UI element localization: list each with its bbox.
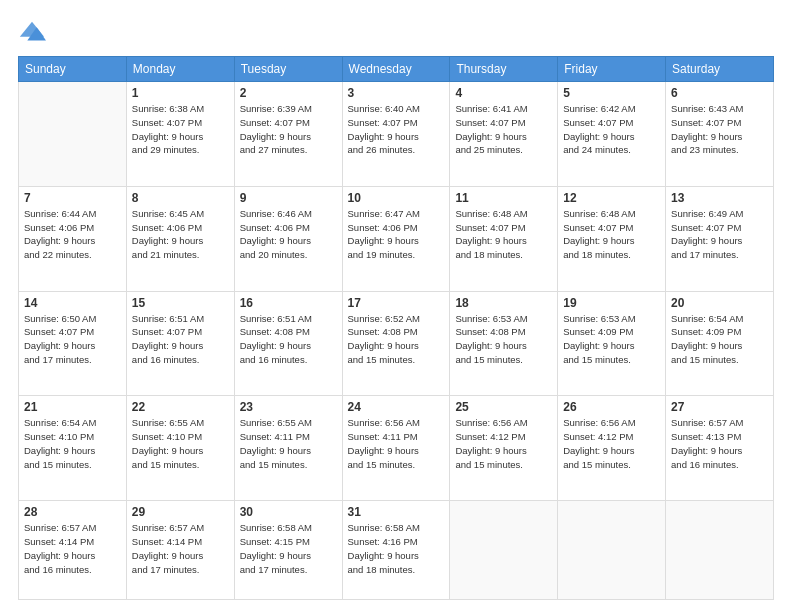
day-info: Sunrise: 6:42 AMSunset: 4:07 PMDaylight:… <box>563 102 660 157</box>
day-info: Sunrise: 6:49 AMSunset: 4:07 PMDaylight:… <box>671 207 768 262</box>
day-info: Sunrise: 6:46 AMSunset: 4:06 PMDaylight:… <box>240 207 337 262</box>
calendar-cell: 6Sunrise: 6:43 AMSunset: 4:07 PMDaylight… <box>666 82 774 187</box>
day-info: Sunrise: 6:54 AMSunset: 4:10 PMDaylight:… <box>24 416 121 471</box>
logo <box>18 18 50 46</box>
weekday-header-saturday: Saturday <box>666 57 774 82</box>
day-number: 9 <box>240 191 337 205</box>
day-info: Sunrise: 6:56 AMSunset: 4:12 PMDaylight:… <box>563 416 660 471</box>
day-info: Sunrise: 6:47 AMSunset: 4:06 PMDaylight:… <box>348 207 445 262</box>
calendar-cell: 26Sunrise: 6:56 AMSunset: 4:12 PMDayligh… <box>558 396 666 501</box>
calendar-cell <box>558 501 666 600</box>
day-info: Sunrise: 6:51 AMSunset: 4:07 PMDaylight:… <box>132 312 229 367</box>
calendar-cell: 8Sunrise: 6:45 AMSunset: 4:06 PMDaylight… <box>126 186 234 291</box>
day-info: Sunrise: 6:40 AMSunset: 4:07 PMDaylight:… <box>348 102 445 157</box>
day-info: Sunrise: 6:41 AMSunset: 4:07 PMDaylight:… <box>455 102 552 157</box>
day-number: 24 <box>348 400 445 414</box>
day-info: Sunrise: 6:45 AMSunset: 4:06 PMDaylight:… <box>132 207 229 262</box>
calendar-cell: 27Sunrise: 6:57 AMSunset: 4:13 PMDayligh… <box>666 396 774 501</box>
weekday-header-thursday: Thursday <box>450 57 558 82</box>
day-number: 11 <box>455 191 552 205</box>
day-number: 1 <box>132 86 229 100</box>
day-number: 16 <box>240 296 337 310</box>
week-row-2: 7Sunrise: 6:44 AMSunset: 4:06 PMDaylight… <box>19 186 774 291</box>
day-info: Sunrise: 6:58 AMSunset: 4:15 PMDaylight:… <box>240 521 337 576</box>
calendar-cell: 19Sunrise: 6:53 AMSunset: 4:09 PMDayligh… <box>558 291 666 396</box>
week-row-1: 1Sunrise: 6:38 AMSunset: 4:07 PMDaylight… <box>19 82 774 187</box>
day-number: 12 <box>563 191 660 205</box>
day-info: Sunrise: 6:57 AMSunset: 4:14 PMDaylight:… <box>132 521 229 576</box>
day-info: Sunrise: 6:57 AMSunset: 4:13 PMDaylight:… <box>671 416 768 471</box>
weekday-header-friday: Friday <box>558 57 666 82</box>
calendar-cell: 21Sunrise: 6:54 AMSunset: 4:10 PMDayligh… <box>19 396 127 501</box>
day-info: Sunrise: 6:55 AMSunset: 4:10 PMDaylight:… <box>132 416 229 471</box>
calendar-cell: 1Sunrise: 6:38 AMSunset: 4:07 PMDaylight… <box>126 82 234 187</box>
day-info: Sunrise: 6:51 AMSunset: 4:08 PMDaylight:… <box>240 312 337 367</box>
calendar-cell: 4Sunrise: 6:41 AMSunset: 4:07 PMDaylight… <box>450 82 558 187</box>
day-number: 28 <box>24 505 121 519</box>
day-number: 25 <box>455 400 552 414</box>
day-number: 30 <box>240 505 337 519</box>
day-info: Sunrise: 6:53 AMSunset: 4:08 PMDaylight:… <box>455 312 552 367</box>
weekday-header-wednesday: Wednesday <box>342 57 450 82</box>
day-info: Sunrise: 6:57 AMSunset: 4:14 PMDaylight:… <box>24 521 121 576</box>
weekday-header-sunday: Sunday <box>19 57 127 82</box>
calendar-cell: 7Sunrise: 6:44 AMSunset: 4:06 PMDaylight… <box>19 186 127 291</box>
weekday-header-tuesday: Tuesday <box>234 57 342 82</box>
day-info: Sunrise: 6:58 AMSunset: 4:16 PMDaylight:… <box>348 521 445 576</box>
calendar-cell: 28Sunrise: 6:57 AMSunset: 4:14 PMDayligh… <box>19 501 127 600</box>
calendar-cell: 11Sunrise: 6:48 AMSunset: 4:07 PMDayligh… <box>450 186 558 291</box>
day-number: 26 <box>563 400 660 414</box>
day-info: Sunrise: 6:55 AMSunset: 4:11 PMDaylight:… <box>240 416 337 471</box>
page: SundayMondayTuesdayWednesdayThursdayFrid… <box>0 0 792 612</box>
day-number: 27 <box>671 400 768 414</box>
day-info: Sunrise: 6:39 AMSunset: 4:07 PMDaylight:… <box>240 102 337 157</box>
calendar-cell: 9Sunrise: 6:46 AMSunset: 4:06 PMDaylight… <box>234 186 342 291</box>
calendar-cell: 10Sunrise: 6:47 AMSunset: 4:06 PMDayligh… <box>342 186 450 291</box>
day-number: 6 <box>671 86 768 100</box>
calendar-cell: 12Sunrise: 6:48 AMSunset: 4:07 PMDayligh… <box>558 186 666 291</box>
day-info: Sunrise: 6:48 AMSunset: 4:07 PMDaylight:… <box>455 207 552 262</box>
day-info: Sunrise: 6:54 AMSunset: 4:09 PMDaylight:… <box>671 312 768 367</box>
calendar-cell: 18Sunrise: 6:53 AMSunset: 4:08 PMDayligh… <box>450 291 558 396</box>
header <box>18 18 774 46</box>
day-number: 5 <box>563 86 660 100</box>
calendar-cell: 2Sunrise: 6:39 AMSunset: 4:07 PMDaylight… <box>234 82 342 187</box>
day-number: 3 <box>348 86 445 100</box>
day-number: 10 <box>348 191 445 205</box>
day-number: 4 <box>455 86 552 100</box>
day-number: 20 <box>671 296 768 310</box>
calendar-cell: 13Sunrise: 6:49 AMSunset: 4:07 PMDayligh… <box>666 186 774 291</box>
day-number: 8 <box>132 191 229 205</box>
day-info: Sunrise: 6:56 AMSunset: 4:11 PMDaylight:… <box>348 416 445 471</box>
day-number: 23 <box>240 400 337 414</box>
day-info: Sunrise: 6:53 AMSunset: 4:09 PMDaylight:… <box>563 312 660 367</box>
calendar-cell: 30Sunrise: 6:58 AMSunset: 4:15 PMDayligh… <box>234 501 342 600</box>
day-info: Sunrise: 6:38 AMSunset: 4:07 PMDaylight:… <box>132 102 229 157</box>
calendar-cell: 14Sunrise: 6:50 AMSunset: 4:07 PMDayligh… <box>19 291 127 396</box>
day-info: Sunrise: 6:44 AMSunset: 4:06 PMDaylight:… <box>24 207 121 262</box>
week-row-4: 21Sunrise: 6:54 AMSunset: 4:10 PMDayligh… <box>19 396 774 501</box>
calendar-cell: 25Sunrise: 6:56 AMSunset: 4:12 PMDayligh… <box>450 396 558 501</box>
calendar-cell: 22Sunrise: 6:55 AMSunset: 4:10 PMDayligh… <box>126 396 234 501</box>
calendar-cell: 16Sunrise: 6:51 AMSunset: 4:08 PMDayligh… <box>234 291 342 396</box>
calendar-cell: 5Sunrise: 6:42 AMSunset: 4:07 PMDaylight… <box>558 82 666 187</box>
calendar-table: SundayMondayTuesdayWednesdayThursdayFrid… <box>18 56 774 600</box>
day-info: Sunrise: 6:52 AMSunset: 4:08 PMDaylight:… <box>348 312 445 367</box>
calendar-cell: 17Sunrise: 6:52 AMSunset: 4:08 PMDayligh… <box>342 291 450 396</box>
day-info: Sunrise: 6:48 AMSunset: 4:07 PMDaylight:… <box>563 207 660 262</box>
logo-icon <box>18 18 46 46</box>
calendar-cell: 31Sunrise: 6:58 AMSunset: 4:16 PMDayligh… <box>342 501 450 600</box>
calendar-cell: 29Sunrise: 6:57 AMSunset: 4:14 PMDayligh… <box>126 501 234 600</box>
day-info: Sunrise: 6:50 AMSunset: 4:07 PMDaylight:… <box>24 312 121 367</box>
week-row-5: 28Sunrise: 6:57 AMSunset: 4:14 PMDayligh… <box>19 501 774 600</box>
day-number: 18 <box>455 296 552 310</box>
day-number: 7 <box>24 191 121 205</box>
day-number: 17 <box>348 296 445 310</box>
calendar-cell <box>666 501 774 600</box>
day-number: 21 <box>24 400 121 414</box>
weekday-header-row: SundayMondayTuesdayWednesdayThursdayFrid… <box>19 57 774 82</box>
day-info: Sunrise: 6:43 AMSunset: 4:07 PMDaylight:… <box>671 102 768 157</box>
day-number: 2 <box>240 86 337 100</box>
day-number: 14 <box>24 296 121 310</box>
day-number: 29 <box>132 505 229 519</box>
